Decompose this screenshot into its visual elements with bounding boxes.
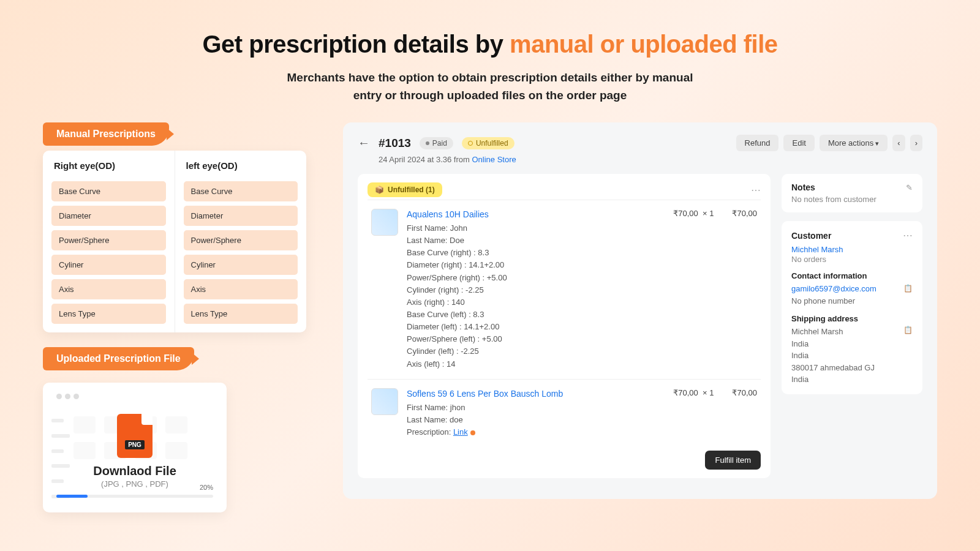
field-cylinder[interactable]: Cyliner [184, 255, 298, 275]
prev-button[interactable]: ‹ [892, 135, 905, 151]
left-eye-header: left eye(OD) [184, 159, 298, 177]
more-actions-button[interactable]: More actions▾ [820, 135, 888, 151]
line-price: ₹70,00 × 1₹70,00 [673, 209, 757, 370]
edit-button[interactable]: Edit [783, 135, 814, 151]
line-item: Soflens 59 6 Lens Per Box Bausch Lomb Fi… [368, 379, 761, 447]
manual-prescriptions-tag: Manual Prescriptions [43, 122, 169, 146]
product-thumbnail [371, 388, 398, 415]
download-subtitle: (JPG , PNG , PDF) [56, 479, 213, 489]
marker-icon [470, 430, 475, 435]
fulfillment-panel: 📦 Unfulfilled (1) ⋯ Aqualens 10H Dailies… [358, 174, 771, 478]
next-button[interactable]: › [910, 135, 922, 151]
field-base-curve[interactable]: Base Curve [184, 181, 298, 201]
page-subtitle: Merchants have the option to obtain pres… [24, 69, 956, 104]
customer-link[interactable]: Michhel Marsh [791, 245, 843, 254]
field-power-sphere[interactable]: Power/Sphere [51, 230, 166, 250]
field-diameter[interactable]: Diameter [51, 206, 166, 226]
file-icon: PNG [117, 414, 153, 458]
order-meta: 24 April 2024 at 3.36 from Online Store [379, 155, 922, 164]
email-link[interactable]: gamilo6597@dxice.com [791, 284, 876, 293]
line-price: ₹70,00 × 1₹70,00 [673, 388, 757, 438]
field-power-sphere[interactable]: Power/Sphere [184, 230, 298, 250]
online-store-link[interactable]: Online Store [472, 155, 516, 164]
right-eye-header: Right eye(OD) [51, 159, 166, 177]
field-lens-type[interactable]: Lens Type [51, 304, 166, 324]
upload-card: PNG Downlaod File (JPG , PNG , PDF) 20% [43, 383, 227, 512]
field-base-curve[interactable]: Base Curve [51, 181, 166, 201]
line-item: Aqualens 10H Dailies First Name: JohnLas… [368, 200, 761, 379]
unfulfilled-badge: Unfulfilled [462, 137, 514, 149]
download-title: Downlaod File [56, 464, 213, 478]
order-number: #1013 [379, 137, 411, 150]
fulfill-item-button[interactable]: Fulfill item [705, 451, 761, 470]
notes-panel: Notes✎ No notes from customer [782, 174, 922, 212]
page-title: Get prescription details by manual or up… [24, 31, 956, 58]
copy-icon[interactable]: 📋 [903, 326, 913, 334]
field-axis[interactable]: Axis [184, 279, 298, 299]
shipping-address: Michhel MarshIndiaIndia380017 ahmedabad … [791, 326, 913, 386]
prescription-link[interactable]: Link [453, 427, 468, 437]
kebab-icon[interactable]: ⋯ [903, 230, 913, 241]
paid-badge: Paid [420, 137, 453, 149]
customer-panel: Customer⋯ Michhel Marsh No orders Contac… [782, 221, 922, 394]
chevron-down-icon: ▾ [875, 140, 879, 147]
back-icon[interactable]: ← [358, 136, 370, 150]
progress-bar: 20% [56, 495, 213, 498]
field-diameter[interactable]: Diameter [184, 206, 298, 226]
product-title-link[interactable]: Soflens 59 6 Lens Per Box Bausch Lomb [407, 389, 563, 399]
field-cylinder[interactable]: Cyliner [51, 255, 166, 275]
field-axis[interactable]: Axis [51, 279, 166, 299]
order-panel: ← #1013 Paid Unfulfilled Refund Edit Mor… [343, 122, 937, 499]
manual-prescriptions-card: Right eye(OD) Base Curve Diameter Power/… [43, 151, 306, 332]
edit-icon[interactable]: ✎ [906, 183, 913, 192]
product-attributes: First Name: jhon Last Name: doe Prescrip… [407, 402, 665, 438]
window-dots-icon [56, 394, 213, 399]
uploaded-file-tag: Uploaded Prescription File [43, 347, 194, 370]
product-attributes: First Name: JohnLast Name: DoeBase Curve… [407, 222, 665, 370]
product-title-link[interactable]: Aqualens 10H Dailies [407, 209, 489, 219]
unfulfilled-pill: 📦 Unfulfilled (1) [368, 182, 442, 197]
copy-icon[interactable]: 📋 [903, 283, 913, 294]
refund-button[interactable]: Refund [736, 135, 779, 151]
field-lens-type[interactable]: Lens Type [184, 304, 298, 324]
product-thumbnail [371, 209, 398, 236]
kebab-icon[interactable]: ⋯ [751, 184, 761, 196]
